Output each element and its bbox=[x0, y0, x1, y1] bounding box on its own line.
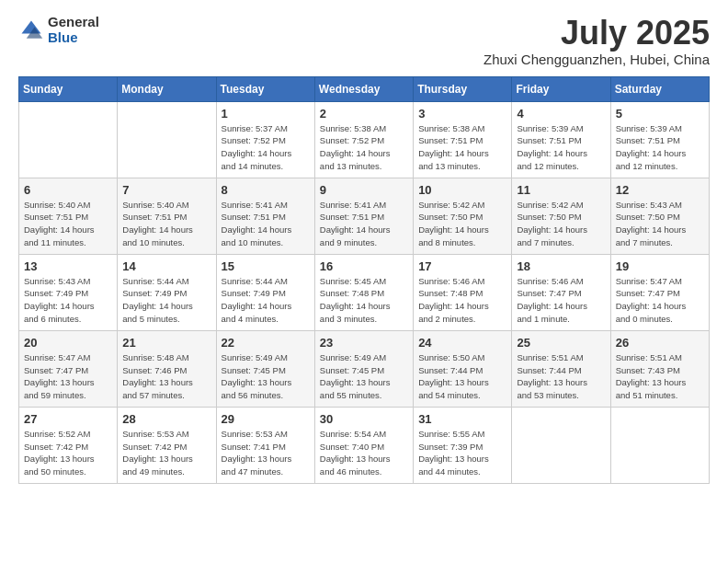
day-number: 21 bbox=[122, 336, 210, 350]
weekday-header-sunday: Sunday bbox=[19, 76, 118, 101]
day-info: Sunrise: 5:51 AM Sunset: 7:43 PM Dayligh… bbox=[616, 351, 704, 402]
day-number: 30 bbox=[320, 412, 408, 426]
calendar-cell: 4Sunrise: 5:39 AM Sunset: 7:51 PM Daylig… bbox=[512, 101, 610, 178]
calendar-cell bbox=[512, 407, 610, 483]
day-number: 26 bbox=[616, 336, 704, 350]
calendar-cell: 11Sunrise: 5:42 AM Sunset: 7:50 PM Dayli… bbox=[512, 178, 610, 254]
day-number: 14 bbox=[122, 259, 210, 273]
calendar-cell: 25Sunrise: 5:51 AM Sunset: 7:44 PM Dayli… bbox=[512, 330, 610, 407]
day-info: Sunrise: 5:43 AM Sunset: 7:50 PM Dayligh… bbox=[616, 199, 704, 249]
weekday-header-saturday: Saturday bbox=[610, 76, 709, 101]
calendar-cell: 26Sunrise: 5:51 AM Sunset: 7:43 PM Dayli… bbox=[610, 330, 709, 407]
day-info: Sunrise: 5:40 AM Sunset: 7:51 PM Dayligh… bbox=[122, 199, 210, 249]
logo-icon bbox=[18, 17, 44, 43]
logo-general-text: General bbox=[48, 15, 99, 30]
day-number: 24 bbox=[418, 336, 506, 350]
calendar-week-row: 13Sunrise: 5:43 AM Sunset: 7:49 PM Dayli… bbox=[19, 254, 710, 330]
calendar-cell: 22Sunrise: 5:49 AM Sunset: 7:45 PM Dayli… bbox=[216, 330, 314, 407]
calendar-cell: 23Sunrise: 5:49 AM Sunset: 7:45 PM Dayli… bbox=[314, 330, 413, 407]
day-info: Sunrise: 5:41 AM Sunset: 7:51 PM Dayligh… bbox=[320, 199, 408, 249]
calendar-cell: 3Sunrise: 5:38 AM Sunset: 7:51 PM Daylig… bbox=[414, 101, 512, 178]
day-number: 4 bbox=[517, 107, 605, 121]
logo: General Blue bbox=[18, 15, 99, 45]
page-header: General Blue July 2025 Zhuxi Chengguanzh… bbox=[18, 15, 710, 67]
day-number: 12 bbox=[616, 183, 704, 197]
calendar-cell: 13Sunrise: 5:43 AM Sunset: 7:49 PM Dayli… bbox=[19, 254, 118, 330]
calendar-cell bbox=[118, 101, 216, 178]
day-info: Sunrise: 5:47 AM Sunset: 7:47 PM Dayligh… bbox=[24, 351, 112, 402]
day-number: 17 bbox=[418, 259, 506, 273]
day-number: 2 bbox=[320, 107, 408, 121]
month-title: July 2025 bbox=[483, 15, 710, 52]
day-number: 18 bbox=[517, 259, 605, 273]
day-info: Sunrise: 5:38 AM Sunset: 7:51 PM Dayligh… bbox=[418, 122, 506, 173]
day-info: Sunrise: 5:42 AM Sunset: 7:50 PM Dayligh… bbox=[418, 199, 506, 249]
day-number: 16 bbox=[320, 259, 408, 273]
calendar-cell: 2Sunrise: 5:38 AM Sunset: 7:52 PM Daylig… bbox=[314, 101, 413, 178]
calendar-cell: 7Sunrise: 5:40 AM Sunset: 7:51 PM Daylig… bbox=[118, 178, 216, 254]
weekday-header-thursday: Thursday bbox=[414, 76, 512, 101]
day-number: 19 bbox=[616, 259, 704, 273]
day-info: Sunrise: 5:53 AM Sunset: 7:42 PM Dayligh… bbox=[122, 428, 210, 478]
calendar-cell: 5Sunrise: 5:39 AM Sunset: 7:51 PM Daylig… bbox=[610, 101, 709, 178]
calendar-week-row: 20Sunrise: 5:47 AM Sunset: 7:47 PM Dayli… bbox=[19, 330, 710, 407]
logo-text: General Blue bbox=[48, 15, 99, 45]
day-number: 11 bbox=[517, 183, 605, 197]
day-info: Sunrise: 5:42 AM Sunset: 7:50 PM Dayligh… bbox=[517, 199, 605, 249]
day-number: 8 bbox=[222, 183, 310, 197]
day-info: Sunrise: 5:44 AM Sunset: 7:49 PM Dayligh… bbox=[122, 275, 210, 326]
day-info: Sunrise: 5:49 AM Sunset: 7:45 PM Dayligh… bbox=[320, 351, 408, 402]
day-info: Sunrise: 5:46 AM Sunset: 7:47 PM Dayligh… bbox=[517, 275, 605, 326]
calendar-table: SundayMondayTuesdayWednesdayThursdayFrid… bbox=[18, 76, 710, 484]
calendar-cell: 29Sunrise: 5:53 AM Sunset: 7:41 PM Dayli… bbox=[216, 407, 314, 483]
day-info: Sunrise: 5:51 AM Sunset: 7:44 PM Dayligh… bbox=[517, 351, 605, 402]
calendar-cell bbox=[19, 101, 118, 178]
day-info: Sunrise: 5:39 AM Sunset: 7:51 PM Dayligh… bbox=[517, 122, 605, 173]
calendar-cell: 18Sunrise: 5:46 AM Sunset: 7:47 PM Dayli… bbox=[512, 254, 610, 330]
calendar-week-row: 27Sunrise: 5:52 AM Sunset: 7:42 PM Dayli… bbox=[19, 407, 710, 483]
day-number: 3 bbox=[418, 107, 506, 121]
day-info: Sunrise: 5:49 AM Sunset: 7:45 PM Dayligh… bbox=[222, 351, 310, 402]
day-number: 6 bbox=[24, 183, 112, 197]
weekday-header-monday: Monday bbox=[118, 76, 216, 101]
day-info: Sunrise: 5:48 AM Sunset: 7:46 PM Dayligh… bbox=[122, 351, 210, 402]
day-info: Sunrise: 5:50 AM Sunset: 7:44 PM Dayligh… bbox=[418, 351, 506, 402]
weekday-header-friday: Friday bbox=[512, 76, 610, 101]
day-info: Sunrise: 5:53 AM Sunset: 7:41 PM Dayligh… bbox=[222, 428, 310, 478]
weekday-header-wednesday: Wednesday bbox=[314, 76, 413, 101]
day-number: 10 bbox=[418, 183, 506, 197]
calendar-cell: 15Sunrise: 5:44 AM Sunset: 7:49 PM Dayli… bbox=[216, 254, 314, 330]
calendar-week-row: 1Sunrise: 5:37 AM Sunset: 7:52 PM Daylig… bbox=[19, 101, 710, 178]
day-number: 27 bbox=[24, 412, 112, 426]
day-info: Sunrise: 5:54 AM Sunset: 7:40 PM Dayligh… bbox=[320, 428, 408, 478]
day-number: 7 bbox=[122, 183, 210, 197]
day-info: Sunrise: 5:43 AM Sunset: 7:49 PM Dayligh… bbox=[24, 275, 112, 326]
location-title: Zhuxi Chengguanzhen, Hubei, China bbox=[483, 52, 710, 67]
calendar-cell: 30Sunrise: 5:54 AM Sunset: 7:40 PM Dayli… bbox=[314, 407, 413, 483]
calendar-cell: 19Sunrise: 5:47 AM Sunset: 7:47 PM Dayli… bbox=[610, 254, 709, 330]
day-info: Sunrise: 5:45 AM Sunset: 7:48 PM Dayligh… bbox=[320, 275, 408, 326]
day-info: Sunrise: 5:52 AM Sunset: 7:42 PM Dayligh… bbox=[24, 428, 112, 478]
calendar-cell: 17Sunrise: 5:46 AM Sunset: 7:48 PM Dayli… bbox=[414, 254, 512, 330]
calendar-cell: 14Sunrise: 5:44 AM Sunset: 7:49 PM Dayli… bbox=[118, 254, 216, 330]
weekday-header-tuesday: Tuesday bbox=[216, 76, 314, 101]
calendar-cell: 9Sunrise: 5:41 AM Sunset: 7:51 PM Daylig… bbox=[314, 178, 413, 254]
title-block: July 2025 Zhuxi Chengguanzhen, Hubei, Ch… bbox=[483, 15, 710, 67]
weekday-header-row: SundayMondayTuesdayWednesdayThursdayFrid… bbox=[19, 76, 710, 101]
day-info: Sunrise: 5:40 AM Sunset: 7:51 PM Dayligh… bbox=[24, 199, 112, 249]
calendar-cell: 10Sunrise: 5:42 AM Sunset: 7:50 PM Dayli… bbox=[414, 178, 512, 254]
calendar-cell: 16Sunrise: 5:45 AM Sunset: 7:48 PM Dayli… bbox=[314, 254, 413, 330]
day-number: 28 bbox=[122, 412, 210, 426]
day-number: 22 bbox=[222, 336, 310, 350]
calendar-cell: 28Sunrise: 5:53 AM Sunset: 7:42 PM Dayli… bbox=[118, 407, 216, 483]
calendar-cell: 8Sunrise: 5:41 AM Sunset: 7:51 PM Daylig… bbox=[216, 178, 314, 254]
calendar-cell: 1Sunrise: 5:37 AM Sunset: 7:52 PM Daylig… bbox=[216, 101, 314, 178]
day-number: 31 bbox=[418, 412, 506, 426]
day-number: 23 bbox=[320, 336, 408, 350]
calendar-cell: 20Sunrise: 5:47 AM Sunset: 7:47 PM Dayli… bbox=[19, 330, 118, 407]
day-info: Sunrise: 5:41 AM Sunset: 7:51 PM Dayligh… bbox=[222, 199, 310, 249]
day-number: 13 bbox=[24, 259, 112, 273]
day-info: Sunrise: 5:47 AM Sunset: 7:47 PM Dayligh… bbox=[616, 275, 704, 326]
day-info: Sunrise: 5:55 AM Sunset: 7:39 PM Dayligh… bbox=[418, 428, 506, 478]
day-info: Sunrise: 5:38 AM Sunset: 7:52 PM Dayligh… bbox=[320, 122, 408, 173]
